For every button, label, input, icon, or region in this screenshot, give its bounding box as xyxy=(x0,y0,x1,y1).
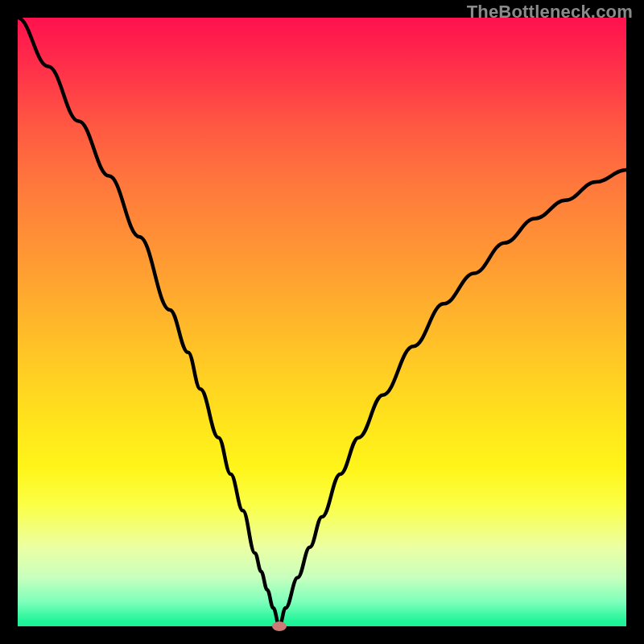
bottleneck-curve xyxy=(18,18,626,626)
plot-area xyxy=(18,18,626,626)
optimum-marker xyxy=(272,621,287,631)
chart-frame: TheBottleneck.com xyxy=(0,0,644,644)
